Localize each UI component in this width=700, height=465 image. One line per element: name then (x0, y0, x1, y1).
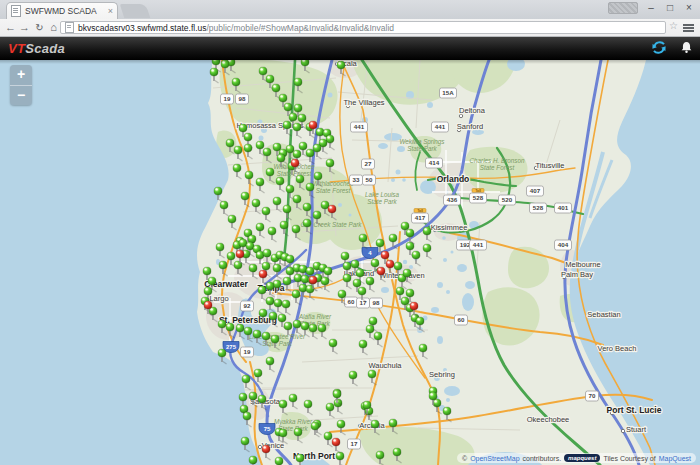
home-button[interactable]: ⌂ (47, 19, 60, 37)
tab-title: SWFWMD SCADA (25, 6, 105, 16)
city-label: The Villages (343, 98, 384, 108)
svg-text:92: 92 (244, 302, 251, 309)
route-shield: 17 (348, 439, 361, 449)
osm-link[interactable]: OpenStreetMap (470, 455, 519, 462)
svg-text:404: 404 (558, 241, 569, 248)
svg-text:33: 33 (353, 176, 360, 183)
browser-tab[interactable]: SWFWMD SCADA × (6, 2, 118, 19)
city-label: Stuart (621, 425, 647, 434)
app-header: VTScada (0, 37, 700, 60)
forward-button[interactable]: → (18, 19, 31, 37)
city-label: Melbourne (565, 260, 600, 269)
maximize-button[interactable]: □ (661, 0, 679, 16)
svg-text:19: 19 (244, 348, 251, 355)
city-label: Vero Beach (598, 344, 637, 353)
bookmark-star-icon[interactable]: ☆ (669, 20, 678, 31)
alarm-bell-icon[interactable] (679, 40, 694, 55)
zoom-out-button[interactable]: − (10, 86, 32, 106)
svg-text:17: 17 (351, 440, 358, 447)
station-marker-green[interactable] (275, 457, 284, 465)
city-label: Port St. Lucie (607, 405, 662, 415)
route-shield: 98 (236, 94, 249, 104)
svg-text:Lake Louisa: Lake Louisa (365, 191, 399, 198)
svg-text:Sebring: Sebring (429, 370, 455, 379)
window-badge (608, 2, 638, 14)
route-shield: 401 (555, 203, 572, 213)
svg-text:441: 441 (473, 241, 484, 248)
new-tab-button[interactable] (120, 4, 151, 18)
url-path: /public/mobile/#ShowMap&Invalid&Invalid&… (207, 23, 395, 33)
map-zoom-control: + − (10, 65, 32, 105)
route-shield: 404 (555, 240, 572, 250)
svg-text:528: 528 (533, 204, 544, 211)
interstate-shield: 75 (259, 424, 275, 435)
route-shield: 98 (370, 298, 383, 308)
svg-text:Melbourne: Melbourne (565, 260, 600, 269)
address-bar[interactable]: bkvscadasrv03.swfwmd.state.fl.us/public/… (60, 21, 666, 34)
copyright-symbol: © (462, 455, 467, 462)
tiles-text: Tiles Courtesy of (603, 455, 655, 462)
svg-text:Deltona: Deltona (459, 106, 486, 115)
zoom-in-button[interactable]: + (10, 65, 32, 86)
map-attribution: © OpenStreetMap contributors. mapquest T… (457, 453, 696, 463)
svg-text:Sebastian: Sebastian (587, 310, 620, 319)
minimize-button[interactable]: – (642, 0, 660, 16)
browser-window: SWFWMD SCADA × – □ × ← → ↻ ⌂ bkvscadasrv… (0, 0, 700, 465)
svg-text:State Park: State Park (407, 145, 437, 152)
svg-text:417: 417 (415, 214, 426, 221)
route-shield: 92 (241, 301, 254, 311)
svg-text:27: 27 (365, 160, 372, 167)
svg-text:70: 70 (589, 392, 596, 399)
city-label: Wauchula (368, 361, 402, 370)
route-shield: 414 (426, 158, 443, 168)
svg-text:Vero Beach: Vero Beach (598, 344, 637, 353)
reload-button[interactable]: ↻ (33, 19, 46, 37)
svg-text:275: 275 (226, 344, 237, 350)
browser-menu-icon[interactable] (683, 24, 694, 32)
svg-text:Stuart: Stuart (626, 425, 647, 434)
svg-text:State Forest: State Forest (316, 187, 351, 194)
svg-text:Port St. Lucie: Port St. Lucie (607, 405, 662, 415)
city-label: Titusville (534, 161, 564, 170)
tab-close-icon[interactable]: × (108, 6, 113, 16)
back-button[interactable]: ← (4, 19, 17, 37)
svg-text:Orlando: Orlando (437, 174, 470, 184)
svg-text:98: 98 (239, 95, 246, 102)
svg-text:Okeechobee: Okeechobee (527, 415, 570, 424)
route-shield: 19 (241, 347, 254, 357)
window-close-button[interactable]: × (680, 0, 698, 16)
route-shield: 528 (530, 203, 547, 213)
svg-text:414: 414 (429, 159, 440, 166)
svg-text:Titusville: Titusville (536, 161, 565, 170)
tab-favicon-icon (11, 5, 21, 17)
city-label: Okeechobee (527, 415, 570, 424)
svg-text:60: 60 (458, 316, 465, 323)
svg-text:19: 19 (224, 95, 231, 102)
svg-text:Charles H. Bronson: Charles H. Bronson (470, 157, 525, 164)
svg-text:Toll: Toll (417, 209, 423, 213)
svg-text:407: 407 (530, 187, 541, 194)
contributors-text: contributors. (523, 455, 562, 462)
mapquest-link[interactable]: MapQuest (659, 455, 691, 462)
city-label: Sebring (429, 370, 455, 379)
svg-text:State Park: State Park (367, 198, 397, 205)
route-shield: 60 (455, 315, 468, 325)
svg-text:60: 60 (348, 298, 355, 305)
route-shield: 441 (432, 122, 449, 132)
city-label: Palm Bay (561, 270, 593, 279)
svg-text:441: 441 (354, 123, 365, 130)
route-shield: 436 (444, 195, 461, 205)
svg-text:Sanford: Sanford (457, 122, 483, 131)
city-label: Kissimmee (431, 223, 468, 232)
svg-text:401: 401 (558, 204, 569, 211)
svg-text:520: 520 (502, 196, 513, 203)
tab-strip: SWFWMD SCADA × – □ × (0, 0, 700, 19)
svg-text:98: 98 (373, 299, 380, 306)
refresh-icon[interactable] (651, 40, 667, 55)
route-shield: 15A (440, 88, 457, 98)
svg-text:Kissimmee: Kissimmee (431, 223, 468, 232)
route-shield: 33 (350, 175, 363, 185)
route-shield: Toll528 (470, 189, 487, 204)
svg-text:Toll: Toll (475, 189, 481, 193)
map-canvas[interactable]: Wekiwa SpringsState ParkWithlacoocheeSta… (0, 60, 700, 465)
